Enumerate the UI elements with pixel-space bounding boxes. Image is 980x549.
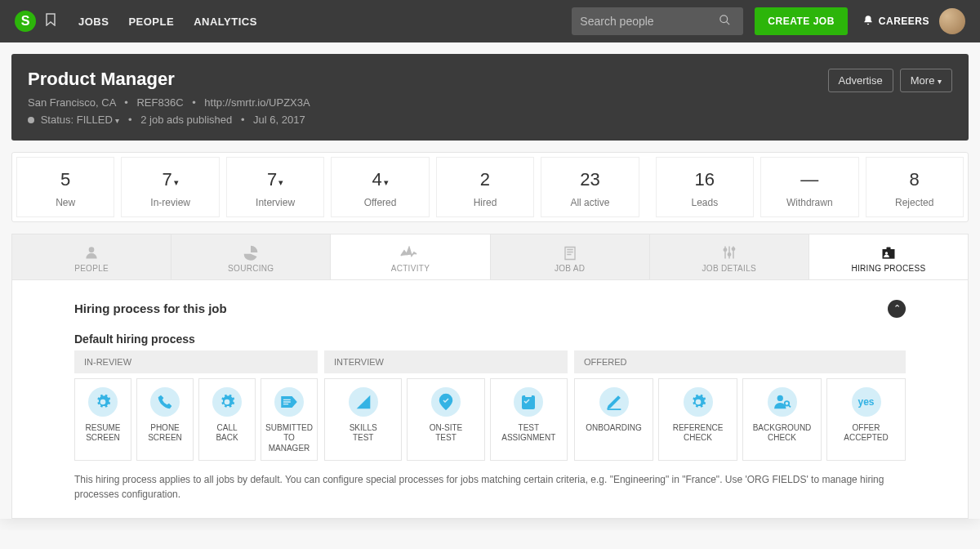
- step-phone-screen[interactable]: PHONESCREEN: [136, 378, 194, 462]
- pencil-icon: [599, 387, 629, 417]
- gear-icon: [212, 387, 242, 417]
- clipboard-icon: [514, 387, 543, 417]
- advertise-button[interactable]: Advertise: [828, 69, 893, 92]
- job-ads-count: 2 job ads published: [140, 114, 232, 126]
- step-background-check[interactable]: BACKGROUNDCHECK: [742, 378, 822, 462]
- svg-point-3: [728, 252, 730, 255]
- pin-check-icon: [431, 387, 461, 417]
- top-nav: S JOBS PEOPLE ANALYTICS CREATE JOB CAREE…: [0, 0, 980, 42]
- nav-jobs[interactable]: JOBS: [78, 16, 109, 28]
- stage-group-offered: ONBOARDING REFERENCECHECK BACKGROUNDCHEC…: [574, 378, 906, 462]
- gear-icon: [684, 387, 713, 417]
- stat-all-active[interactable]: 23All active: [541, 157, 639, 217]
- status-label: Status:: [41, 114, 74, 126]
- nav-analytics[interactable]: ANALYTICS: [194, 16, 257, 28]
- step-call-back[interactable]: CALLBACK: [198, 378, 256, 462]
- pipeline-stats: 5New 7In-review 7Interview 4Offered 2Hir…: [11, 152, 969, 222]
- job-title: Product Manager: [28, 69, 310, 90]
- step-offer-accepted[interactable]: yes OFFERACCEPTED: [826, 378, 906, 462]
- user-search-icon: [768, 387, 797, 417]
- svg-point-2: [724, 248, 726, 251]
- chevron-down-icon[interactable]: ▾: [115, 116, 119, 125]
- svg-rect-6: [886, 247, 890, 249]
- panel-subtitle: Default hiring process: [74, 333, 906, 346]
- svg-rect-8: [525, 394, 532, 397]
- search-icon: [719, 14, 731, 29]
- status-value[interactable]: FILLED: [77, 114, 113, 126]
- create-job-button[interactable]: CREATE JOB: [755, 7, 847, 35]
- avatar[interactable]: [939, 8, 965, 34]
- yes-icon: yes: [852, 387, 881, 417]
- id-badge-icon: [813, 243, 964, 261]
- job-date: Jul 6, 2017: [253, 114, 305, 126]
- job-link[interactable]: http://smrtr.io/UPZX3A: [204, 96, 310, 109]
- gear-icon: [88, 387, 118, 417]
- stage-group-in-review: RESUMESCREEN PHONESCREEN CALLBACK SUBMIT…: [74, 378, 318, 462]
- collapse-button[interactable]: ⌃: [888, 300, 906, 318]
- panel-title: Hiring process for this job: [74, 301, 227, 315]
- step-reference-check[interactable]: REFERENCECHECK: [658, 378, 737, 462]
- pie-icon: [175, 243, 327, 261]
- ruler-icon: [349, 387, 378, 417]
- svg-rect-7: [522, 395, 535, 409]
- stat-in-review[interactable]: 7In-review: [121, 157, 219, 217]
- document-icon: [494, 243, 646, 261]
- chevron-down-icon: ▾: [938, 77, 942, 86]
- stat-interview[interactable]: 7Interview: [226, 157, 324, 217]
- step-test-assignment[interactable]: TESTASSIGNMENT: [490, 378, 568, 462]
- stat-withdrawn[interactable]: —Withdrawn: [760, 157, 858, 217]
- stat-rejected[interactable]: 8Rejected: [866, 157, 964, 217]
- bookmark-icon[interactable]: [46, 13, 56, 29]
- phone-icon: [150, 387, 180, 417]
- stat-offered[interactable]: 4Offered: [331, 157, 429, 217]
- svg-point-5: [885, 252, 888, 254]
- job-ref: REF836C: [136, 96, 183, 109]
- search-input[interactable]: [580, 15, 719, 28]
- svg-point-0: [720, 15, 728, 22]
- panel-footnote: This hiring process applies to all jobs …: [74, 472, 906, 502]
- status-dot-icon: [28, 117, 34, 123]
- sliders-icon: [653, 243, 805, 261]
- tab-hiring-process[interactable]: HIRING PROCESS: [809, 234, 968, 279]
- step-skills-test[interactable]: SKILLSTEST: [324, 378, 402, 462]
- job-header: Product Manager San Francisco, CA REF836…: [11, 54, 969, 141]
- chevron-up-icon: ⌃: [893, 303, 901, 314]
- activity-icon: [334, 243, 486, 261]
- stage-group-interview: SKILLSTEST ON-SITETEST TESTASSIGNMENT: [324, 378, 568, 462]
- submit-icon: [274, 387, 304, 417]
- svg-line-1: [727, 21, 730, 25]
- stat-hired[interactable]: 2Hired: [436, 157, 534, 217]
- svg-point-9: [777, 395, 782, 400]
- tab-job-details[interactable]: JOB DETAILS: [650, 234, 809, 279]
- nav-people[interactable]: PEOPLE: [128, 16, 174, 28]
- tab-people[interactable]: PEOPLE: [12, 234, 172, 279]
- tab-job-ad[interactable]: JOB AD: [491, 234, 650, 279]
- tab-sourcing[interactable]: SOURCING: [172, 234, 331, 279]
- stat-leads[interactable]: 16Leads: [656, 157, 754, 217]
- svg-point-4: [732, 248, 734, 250]
- step-submitted-to-manager[interactable]: SUBMITTEDTO MANAGER: [261, 378, 318, 462]
- stat-new[interactable]: 5New: [16, 157, 114, 217]
- tab-activity[interactable]: ACTIVITY: [331, 234, 490, 279]
- step-resume-screen[interactable]: RESUMESCREEN: [74, 378, 131, 462]
- search-input-wrap[interactable]: [572, 7, 743, 35]
- step-onboarding[interactable]: ONBOARDING: [574, 378, 653, 462]
- hiring-process-panel: Hiring process for this job ⌃ Default hi…: [11, 279, 969, 520]
- stage-header-offered: OFFERED: [574, 350, 906, 373]
- careers-label: CAREERS: [879, 16, 929, 27]
- stage-header-in-review: IN-REVIEW: [74, 350, 318, 373]
- more-button[interactable]: More ▾: [900, 69, 952, 92]
- job-location: San Francisco, CA: [28, 96, 116, 109]
- person-icon: [16, 243, 167, 261]
- careers-link[interactable]: CAREERS: [862, 14, 929, 29]
- job-tabs: PEOPLE SOURCING ACTIVITY JOB AD JOB DETA…: [11, 234, 969, 279]
- logo-icon[interactable]: S: [15, 11, 36, 32]
- step-onsite-test[interactable]: ON-SITETEST: [407, 378, 484, 462]
- svg-line-11: [788, 404, 791, 407]
- bell-icon: [862, 14, 874, 29]
- stage-header-interview: INTERVIEW: [324, 350, 568, 373]
